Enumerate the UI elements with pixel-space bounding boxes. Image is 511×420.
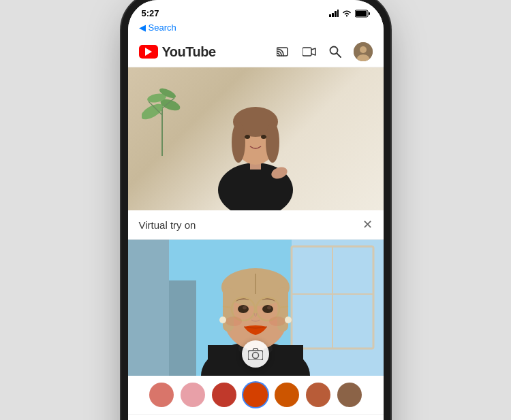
svg-rect-7 [369, 12, 370, 15]
camera-shutter-icon [248, 348, 263, 360]
svg-point-55 [267, 306, 271, 310]
yt-actions [276, 42, 373, 61]
status-icons [329, 10, 370, 18]
swatch-coral[interactable] [149, 383, 174, 407]
svg-point-4 [346, 16, 347, 17]
nav-back[interactable]: ◀ Search [128, 21, 384, 37]
camera-button[interactable] [242, 340, 269, 368]
search-icon[interactable] [328, 44, 343, 59]
svg-point-26 [232, 122, 245, 163]
svg-rect-1 [332, 13, 334, 17]
video-bg [128, 67, 384, 210]
svg-point-53 [262, 305, 273, 313]
svg-rect-0 [329, 14, 331, 17]
svg-point-59 [285, 317, 292, 323]
svg-point-54 [243, 306, 247, 310]
svg-rect-9 [303, 48, 311, 56]
close-button[interactable]: ✕ [362, 217, 373, 232]
yt-title: YouTube [162, 44, 216, 60]
svg-rect-3 [337, 10, 339, 17]
yt-play-icon [139, 45, 158, 59]
person-in-video [208, 74, 303, 210]
svg-point-58 [219, 317, 226, 323]
yt-logo: YouTube [139, 44, 216, 60]
battery-icon [355, 10, 370, 18]
svg-point-57 [269, 317, 285, 326]
try-on-header: Virtual try on ✕ [128, 210, 384, 240]
ar-view [128, 240, 384, 376]
signal-icon [329, 10, 339, 17]
video-camera-icon[interactable] [302, 44, 317, 59]
svg-point-27 [266, 122, 279, 163]
svg-rect-2 [335, 11, 337, 17]
wifi-icon [342, 10, 352, 17]
svg-point-28 [245, 135, 250, 139]
yt-header: YouTube [128, 37, 384, 67]
back-chevron-icon: ◀ [139, 22, 146, 33]
plant-decoration [142, 74, 183, 156]
swatch-terracotta[interactable] [306, 383, 330, 407]
svg-point-13 [360, 46, 367, 53]
video-player[interactable] [128, 67, 384, 210]
swatch-pink[interactable] [181, 383, 205, 407]
swatch-burnt-orange[interactable] [275, 383, 299, 407]
svg-rect-6 [356, 11, 367, 16]
swatch-red[interactable] [212, 383, 236, 407]
svg-point-56 [226, 317, 242, 326]
color-swatches [128, 376, 384, 415]
try-on-title: Virtual try on [139, 219, 196, 231]
swatch-brown[interactable] [337, 383, 362, 407]
svg-point-61 [253, 353, 259, 359]
avatar[interactable] [354, 42, 373, 61]
svg-point-29 [261, 135, 266, 139]
status-bar: 5:27 [128, 0, 384, 21]
product-bar: Product Name Brand $15.99 SHOP [128, 415, 384, 420]
back-label[interactable]: Search [149, 22, 176, 33]
svg-rect-34 [128, 240, 169, 376]
svg-point-52 [238, 305, 249, 313]
cast-icon[interactable] [276, 44, 291, 59]
svg-line-11 [337, 53, 341, 57]
swatch-orange-red[interactable] [243, 383, 268, 407]
status-time: 5:27 [142, 8, 159, 18]
phone-frame: 5:27 ◀ Sea [128, 0, 384, 420]
